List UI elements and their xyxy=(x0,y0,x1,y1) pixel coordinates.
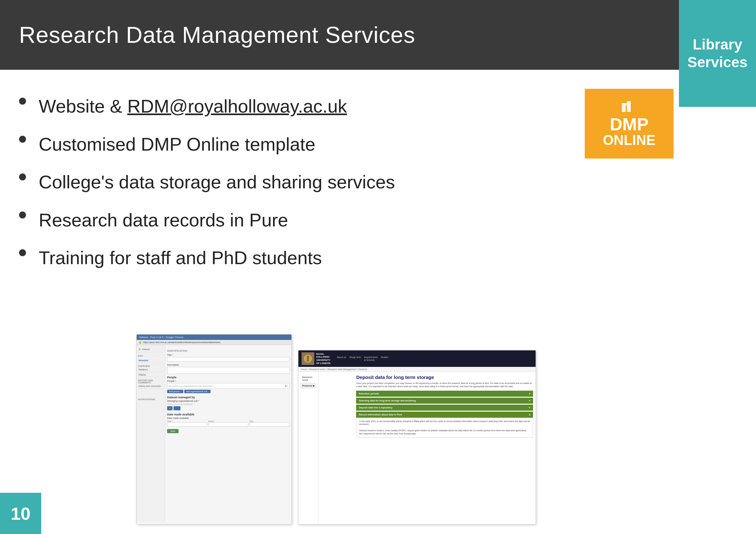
deposit-repo-label: Deposit data into a repository xyxy=(359,406,392,409)
hamburger-icon: ☰ xyxy=(139,348,141,350)
retention-accordion-header[interactable]: Retention periods ∨ xyxy=(356,391,533,397)
history-comments-sidebar-item[interactable]: History and comments xyxy=(138,384,164,389)
description-field-row: Description xyxy=(167,363,289,374)
svg-rect-2 xyxy=(622,103,631,106)
deposit-page-title: Deposit data for long term storage xyxy=(356,375,533,380)
list-item: Research data records in Pure xyxy=(19,209,737,231)
rh-header: ROYALHOLLOWAYUNIVERSITYOF LONDON About u… xyxy=(298,350,536,367)
record-info-text-2: Several research funders, most notably E… xyxy=(359,429,530,435)
pure-sidebar: ☰ Dataset Edit Metadata OVERVIEW Relatio… xyxy=(137,345,165,522)
preserve-sidebar-item[interactable]: Preserve ▶ xyxy=(300,383,316,389)
departments-nav[interactable]: Departments& Schools xyxy=(364,356,378,361)
add-people-icon[interactable]: ⊕↑ xyxy=(285,385,288,387)
about-us-nav[interactable]: About us xyxy=(337,356,346,361)
add-org-button[interactable]: Add organisational unit... xyxy=(184,390,211,393)
people-placeholder: No persons or organisational units assoc… xyxy=(168,385,213,387)
rh-screenshot-container: ROYALHOLLOWAYUNIVERSITYOF LONDON About u… xyxy=(298,350,536,524)
month-input[interactable] xyxy=(208,422,248,426)
dmp-online-logo: DMP ONLINE xyxy=(585,89,674,159)
date-available-field-label: Date made available xyxy=(167,417,289,419)
list-item: College's data storage and sharing servi… xyxy=(19,171,737,193)
dmp-text-line1: DMP xyxy=(603,116,656,133)
dmp-icon xyxy=(621,100,637,113)
month-label: Month xyxy=(208,420,248,422)
description-textarea[interactable] xyxy=(167,367,289,374)
display-sidebar-item[interactable]: Display xyxy=(138,372,164,377)
rh-coat-arms xyxy=(303,354,313,363)
rh-body: Research home Preserve ▶ Deposit data fo… xyxy=(298,372,536,523)
people-section: People People * No persons or organisati… xyxy=(167,376,289,393)
rdm-email-link[interactable]: RDM@royalholloway.ac.uk xyxy=(127,96,347,116)
month-field: Month xyxy=(208,420,248,426)
record-info-text-1: In the early 2015, a new functionality w… xyxy=(359,420,530,426)
notifications-section-label: NOTIFICATIONS xyxy=(138,398,164,400)
add-person-small-button[interactable]: 👤 xyxy=(174,406,180,410)
day-input[interactable] xyxy=(250,422,289,426)
research-home-sidebar-item[interactable]: Research home xyxy=(300,375,316,383)
deposit-repo-accordion-header[interactable]: Deposit data into a repository ∨ xyxy=(356,405,533,411)
managing-unit-label: Managing organisational unit * xyxy=(167,400,289,402)
rh-nav: About us Study here Departments& Schools… xyxy=(337,356,389,361)
page-number: 10 xyxy=(11,503,30,524)
rh-sidebar: Research home Preserve ▶ xyxy=(298,372,319,523)
svg-point-4 xyxy=(307,356,309,358)
retention-accordion: Retention periods ∨ xyxy=(356,391,533,397)
metadata-sidebar-item[interactable]: Metadata xyxy=(138,358,164,363)
pure-edit-label: ☰ Dataset xyxy=(138,347,164,352)
deposit-intro-text: Once your project has been completed, yo… xyxy=(356,382,533,388)
date-available-label: Date made available xyxy=(167,413,289,416)
bullet-dot xyxy=(19,136,26,143)
rh-logo xyxy=(302,352,314,365)
pure-window-title: Dataset - Pure 4.18.3 - Google Chrome xyxy=(139,336,184,339)
student-nav[interactable]: Studen xyxy=(381,356,389,361)
bullet-dot xyxy=(19,249,26,256)
bullet-text-5: Training for staff and PhD students xyxy=(39,247,322,269)
preserve-label: Preserve xyxy=(302,384,312,387)
save-row: Save xyxy=(167,429,289,433)
pure-screenshot-container: Dataset - Pure 4.18.3 - Google Chrome 🔒 … xyxy=(136,334,292,524)
chevron-down-icon: ∨ xyxy=(528,399,530,402)
record-info-accordion-header[interactable]: Record information about data in Pure ∧ xyxy=(356,412,533,418)
uni-name-text: ROYALHOLLOWAYUNIVERSITYOF LONDON xyxy=(316,353,331,365)
relations-sidebar-item[interactable]: Relations xyxy=(138,367,164,372)
rh-logo-area: ROYALHOLLOWAYUNIVERSITYOF LONDON xyxy=(302,352,331,365)
no-associations-text: There are no associations xyxy=(167,403,289,405)
chevron-down-icon: ∨ xyxy=(528,406,530,409)
deposit-repo-accordion: Deposit data into a repository ∨ xyxy=(356,405,533,411)
study-here-nav[interactable]: Study here xyxy=(349,356,361,361)
svg-rect-5 xyxy=(307,358,309,361)
add-person-button[interactable]: Add person... xyxy=(167,390,183,393)
selecting-data-accordion-header[interactable]: Selecting data for long-term storage and… xyxy=(356,398,533,404)
record-info-body: In the early 2015, a new functionality w… xyxy=(356,418,533,438)
page-number-badge: 10 xyxy=(0,493,41,534)
breadcrumb: Home » Research home » Research Data Man… xyxy=(298,367,536,372)
title-input[interactable] xyxy=(167,357,289,361)
bullet-text-1: Website & RDM@royalholloway.ac.uk xyxy=(39,95,347,117)
rh-main-content: Deposit data for long term storage Once … xyxy=(354,372,536,523)
library-services-badge: LibraryServices xyxy=(679,0,756,107)
header-bar: Research Data Management Services xyxy=(0,0,756,70)
pure-title-bar: Dataset - Pure 4.18.3 - Google Chrome xyxy=(137,334,291,340)
dataset-managed-label: Dataset managed by xyxy=(167,396,289,399)
save-button[interactable]: Save xyxy=(167,429,178,433)
list-item: Training for staff and PhD students xyxy=(19,247,737,269)
description-label: Description xyxy=(167,363,289,366)
bullet-text-3: College's data storage and sharing servi… xyxy=(39,171,395,193)
identification-section: Identification xyxy=(167,349,289,352)
dataset-managed-section: Dataset managed by Managing organisation… xyxy=(167,396,289,410)
bullet-dot xyxy=(19,98,26,105)
pure-url-bar: 🔒 https://pure.test.rhul.ac.uk/admin/edi… xyxy=(137,340,291,345)
retention-label: Retention periods xyxy=(359,392,379,395)
bullet-text-2: Customised DMP Online template xyxy=(39,133,315,155)
chevron-down-icon: ∨ xyxy=(528,392,530,395)
add-icon-button[interactable]: + xyxy=(167,406,173,410)
pure-body: ☰ Dataset Edit Metadata OVERVIEW Relatio… xyxy=(137,345,291,522)
day-field: Day xyxy=(250,420,289,426)
day-label: Day xyxy=(250,420,289,422)
record-info-accordion: Record information about data in Pure ∧ … xyxy=(356,412,533,438)
year-input[interactable] xyxy=(167,422,207,426)
pure-url: https://pure.test.rhul.ac.uk/admin/edito… xyxy=(143,341,220,344)
rh-website-screenshot: ROYALHOLLOWAYUNIVERSITYOF LONDON About u… xyxy=(298,350,536,524)
history-section-label: HISTORY AND COMMENTS xyxy=(138,379,164,384)
svg-rect-1 xyxy=(627,101,631,112)
